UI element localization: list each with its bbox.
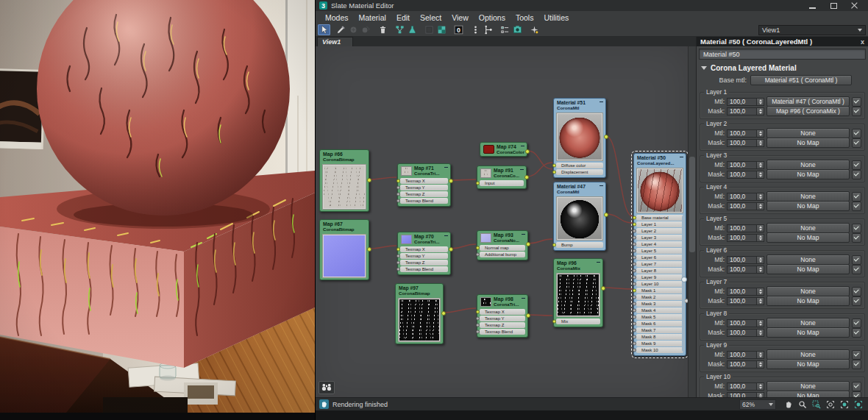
mtl-amount-spinner[interactable]: 100,0 (727, 351, 764, 359)
input-socket[interactable] (396, 247, 400, 251)
mtl-enable-checkbox[interactable] (852, 318, 861, 328)
input-socket[interactable] (476, 330, 480, 333)
slot-additional-bump[interactable]: Additional bump (480, 252, 525, 257)
pan-hand-button[interactable] (784, 400, 793, 409)
mask-enable-checkbox[interactable] (852, 391, 861, 398)
slot-diffuse-color[interactable]: Diffuse color (556, 163, 603, 168)
input-socket[interactable] (633, 335, 636, 338)
input-socket[interactable] (633, 341, 636, 345)
node-map-93[interactable]: Map #93CoronaNo...Normal mapAdditional b… (477, 230, 528, 260)
collapse-node-icon[interactable] (597, 260, 600, 263)
node-map-70[interactable]: Map #70CoronaTri...Texmap XTexmap YTexma… (397, 232, 451, 275)
material-preview[interactable] (556, 273, 600, 317)
node-header[interactable]: Map #96CoronaMix (554, 259, 602, 272)
node-header[interactable]: Material #50CoronaLayered... (634, 154, 686, 167)
collapse-node-icon[interactable] (520, 168, 524, 171)
slot-bump[interactable]: Bump (556, 242, 603, 248)
node-map-97[interactable]: Map #97CoronaBitmap (395, 283, 444, 344)
node-map-96[interactable]: Map #96CoronaMixMix (553, 258, 603, 327)
input-socket[interactable] (396, 267, 400, 271)
slot-texmap-y[interactable]: Texmap Y (480, 316, 525, 321)
input-socket[interactable] (396, 254, 400, 257)
slot-texmap-x[interactable]: Texmap X (400, 178, 448, 184)
slot-texmap-blend[interactable]: Texmap Blend (400, 266, 448, 272)
menu-utilities[interactable]: Utilities (538, 13, 574, 22)
zoom-extents-selected-button[interactable] (840, 400, 849, 409)
mtl-amount-spinner[interactable]: 100,0 (727, 193, 764, 201)
menu-tools[interactable]: Tools (511, 13, 539, 22)
node-header[interactable]: Map #93CoronaNo... (477, 231, 527, 244)
slot-mask-6[interactable]: Mask 6 (636, 321, 683, 327)
mtl-enable-checkbox[interactable] (852, 192, 861, 202)
input-socket[interactable] (396, 192, 400, 196)
slot-mask-8[interactable]: Mask 8 (636, 334, 683, 340)
mask-slot-button[interactable]: No Map (766, 138, 850, 148)
spinner-arrows-icon[interactable] (756, 139, 764, 147)
material-preview[interactable] (322, 164, 366, 210)
mask-slot-button[interactable]: No Map (766, 359, 850, 369)
input-socket[interactable] (633, 255, 636, 259)
mtl-enable-checkbox[interactable] (852, 382, 861, 391)
mtl-slot-button[interactable]: None (766, 381, 850, 391)
show-shaded-material-in-viewport-button[interactable] (435, 24, 448, 35)
input-socket[interactable] (633, 242, 636, 246)
spinner-arrows-icon[interactable] (756, 234, 764, 242)
material-name-field[interactable]: Material #50 (699, 49, 866, 60)
collapse-node-icon[interactable] (522, 296, 525, 299)
mask-amount-spinner[interactable]: 100,0 (727, 329, 764, 337)
mtl-amount-spinner[interactable]: 100,0 (727, 382, 764, 391)
node-map-98[interactable]: Map #98CoronaTri...Texmap XTexmap YTexma… (477, 294, 528, 338)
material-map-navigator-button[interactable] (499, 24, 511, 35)
input-socket[interactable] (633, 216, 636, 219)
node-map-71[interactable]: Map #71CoronaTri...Texmap XTexmap YTexma… (397, 163, 451, 207)
collapse-node-icon[interactable] (444, 165, 448, 168)
node-graph-canvas[interactable]: Map #66CoronaBitmapMap #67CoronaBitmapMa… (316, 46, 689, 397)
layout-children-button[interactable] (482, 24, 494, 35)
hide-unused-nodeslots-button[interactable] (406, 24, 419, 35)
close-button[interactable] (850, 2, 858, 10)
slot-texmap-z[interactable]: Texmap Z (400, 260, 448, 266)
spinner-arrows-icon[interactable] (756, 171, 764, 179)
show-standard-map-in-viewport-button[interactable]: 0 (452, 24, 465, 35)
collapse-node-icon[interactable] (521, 144, 524, 147)
material-preview[interactable] (398, 298, 441, 342)
input-socket[interactable] (396, 260, 400, 264)
output-socket[interactable] (526, 242, 530, 246)
node-header[interactable]: Material #51CoronaMtl (554, 99, 605, 112)
output-socket[interactable] (449, 247, 453, 252)
node-header[interactable]: Material #47CoronaMtl (554, 182, 605, 196)
slot-mask-2[interactable]: Mask 2 (636, 294, 683, 300)
node-material-50[interactable]: Material #50CoronaLayered...Base materia… (633, 153, 686, 356)
menu-view[interactable]: View (447, 13, 474, 22)
mask-slot-button[interactable]: No Map (766, 296, 850, 306)
input-socket[interactable] (476, 316, 480, 320)
mask-amount-spinner[interactable]: 100,0 (727, 360, 764, 369)
mask-amount-spinner[interactable]: 100,0 (727, 392, 764, 398)
input-socket[interactable] (552, 319, 556, 323)
mtl-amount-spinner[interactable]: 100,0 (727, 161, 764, 169)
delete-selected-button[interactable] (377, 24, 389, 35)
spinner-arrows-icon[interactable] (756, 161, 764, 169)
mask-amount-spinner[interactable]: 100,0 (727, 266, 764, 274)
put-material-to-scene-button[interactable] (347, 24, 360, 35)
mtl-slot-button[interactable]: None (766, 349, 850, 360)
view-selector-dropdown[interactable]: View1 (758, 25, 866, 35)
input-socket[interactable] (633, 315, 636, 318)
input-socket[interactable] (476, 252, 480, 256)
slot-layer-1[interactable]: Layer 1 (636, 221, 683, 227)
spinner-arrows-icon[interactable] (756, 107, 764, 115)
mtl-slot-button[interactable]: None (766, 160, 850, 170)
input-socket[interactable] (476, 246, 480, 249)
panel-close-button[interactable]: x (861, 38, 864, 46)
input-socket[interactable] (633, 222, 636, 226)
minimize-button[interactable] (808, 2, 817, 10)
mtl-enable-checkbox[interactable] (852, 350, 861, 360)
output-socket[interactable] (525, 149, 530, 154)
slot-layer-3[interactable]: Layer 3 (636, 235, 683, 241)
move-children-button[interactable] (394, 24, 406, 35)
slot-texmap-blend[interactable]: Texmap Blend (400, 198, 448, 204)
slot-mask-7[interactable]: Mask 7 (636, 327, 683, 333)
input-socket[interactable] (633, 328, 636, 332)
slot-layer-10[interactable]: Layer 10 (636, 281, 683, 287)
spinner-arrows-icon[interactable] (756, 98, 764, 106)
